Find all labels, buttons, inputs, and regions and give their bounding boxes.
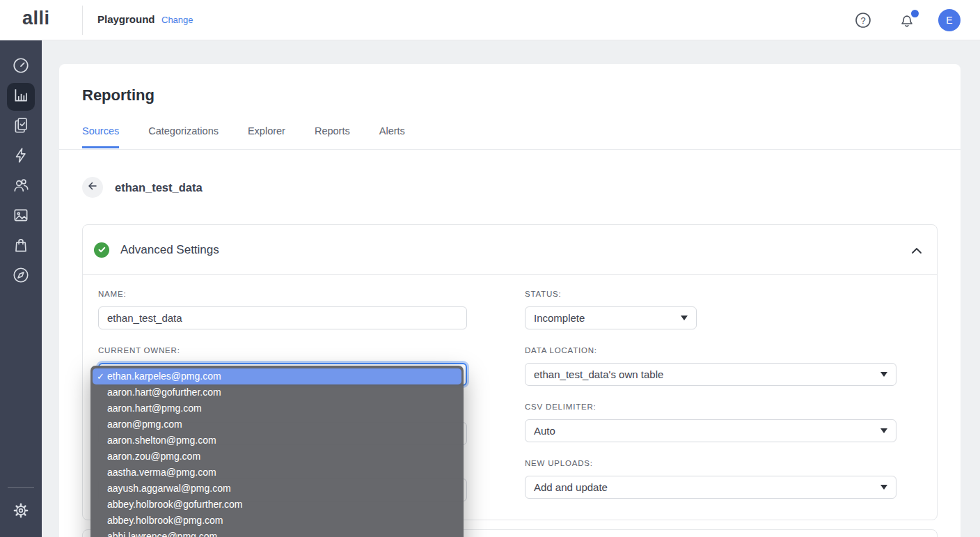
- name-input[interactable]: [98, 306, 467, 329]
- name-field-group: NAME:: [98, 290, 467, 329]
- change-workspace-link[interactable]: Change: [161, 15, 193, 25]
- csv-delimiter-value: Auto: [534, 425, 555, 437]
- dropdown-option[interactable]: aaron.hart@pmg.com: [90, 400, 464, 417]
- csv-delimiter-select[interactable]: Auto: [525, 419, 896, 442]
- workspace-name: Playground: [97, 13, 155, 25]
- status-select[interactable]: Incomplete: [525, 306, 697, 329]
- new-uploads-select[interactable]: Add and update: [525, 476, 896, 499]
- dropdown-option[interactable]: aaron@pmg.com: [90, 417, 464, 433]
- new-uploads-field-group: NEW UPLOADS: Add and update: [525, 459, 896, 499]
- dropdown-option[interactable]: aaron.zou@pmg.com: [90, 449, 464, 465]
- compass-icon: [12, 266, 30, 287]
- app-header: alli Playground Change ? E: [0, 0, 980, 40]
- page-title: Reporting: [82, 86, 155, 104]
- app-sidebar: [0, 40, 42, 537]
- caret-down-icon: [880, 428, 887, 433]
- dropdown-option-label: ethan.karpeles@pmg.com: [107, 371, 221, 382]
- source-header: ethan_test_data: [82, 177, 203, 198]
- user-avatar[interactable]: E: [938, 9, 961, 31]
- new-uploads-label: NEW UPLOADS:: [525, 459, 896, 467]
- caret-down-icon: [681, 316, 688, 320]
- advanced-settings-header: Advanced Settings: [83, 225, 937, 275]
- caret-down-icon: [880, 372, 887, 377]
- dropdown-option[interactable]: aastha.verma@pmg.com: [90, 465, 464, 481]
- gear-icon: [12, 501, 30, 522]
- notification-dot: [911, 10, 919, 17]
- sidebar-divider: [8, 487, 34, 488]
- dropdown-option[interactable]: abbey.holbrook@pmg.com: [90, 513, 464, 529]
- tab-categorizations[interactable]: Categorizations: [148, 125, 219, 148]
- current-owner-dropdown: ✓ ethan.karpeles@pmg.com aaron.hart@gofu…: [90, 366, 464, 537]
- clipboard-check-icon: [12, 116, 30, 137]
- header-divider: [82, 6, 83, 35]
- status-field-group: STATUS: Incomplete: [525, 290, 697, 329]
- sidebar-item-discover[interactable]: [7, 263, 35, 290]
- sidebar-item-settings[interactable]: [7, 498, 35, 526]
- dropdown-option[interactable]: aaron.shelton@pmg.com: [90, 433, 464, 449]
- lightning-icon: [12, 146, 30, 167]
- sidebar-item-automations[interactable]: [7, 143, 35, 171]
- tab-reports[interactable]: Reports: [315, 125, 350, 148]
- tab-explorer[interactable]: Explorer: [248, 125, 285, 148]
- dropdown-option[interactable]: abbey.holbrook@gofurther.com: [90, 497, 464, 513]
- dropdown-option[interactable]: aayush.aggarwal@pmg.com: [90, 481, 464, 497]
- new-uploads-value: Add and update: [534, 481, 608, 493]
- dropdown-option[interactable]: abhi.lawrence@pmg.com: [90, 529, 464, 537]
- users-icon: [12, 176, 30, 197]
- caret-down-icon: [880, 485, 887, 490]
- shopping-bag-icon: [12, 236, 30, 257]
- sidebar-item-tasks[interactable]: [7, 113, 35, 141]
- sidebar-item-audiences[interactable]: [7, 173, 35, 201]
- tab-bar: Sources Categorizations Explorer Reports…: [82, 125, 434, 148]
- gauge-icon: [12, 56, 30, 77]
- current-owner-label: CURRENT OWNER:: [98, 346, 467, 355]
- tab-alerts[interactable]: Alerts: [379, 125, 405, 148]
- image-icon: [12, 206, 30, 227]
- notifications-bell-icon[interactable]: [899, 11, 918, 31]
- name-label: NAME:: [98, 290, 467, 298]
- green-check-icon: [94, 242, 109, 258]
- csv-delimiter-field-group: CSV DELIMITER: Auto: [525, 403, 896, 442]
- tab-sources[interactable]: Sources: [82, 125, 119, 148]
- back-button[interactable]: [82, 177, 103, 198]
- sidebar-item-creative[interactable]: [7, 203, 35, 231]
- source-name: ethan_test_data: [115, 181, 203, 194]
- check-icon: ✓: [97, 368, 104, 384]
- advanced-settings-title: Advanced Settings: [120, 243, 219, 257]
- alli-logo: alli: [22, 8, 50, 29]
- sidebar-item-reporting[interactable]: [7, 83, 35, 111]
- data-location-label: DATA LOCATION:: [525, 346, 896, 355]
- csv-delimiter-label: CSV DELIMITER:: [525, 403, 896, 411]
- svg-text:?: ?: [860, 15, 865, 26]
- help-icon[interactable]: ?: [854, 11, 872, 29]
- data-location-select[interactable]: ethan_test_data's own table: [525, 363, 896, 386]
- sidebar-item-dashboard[interactable]: [7, 53, 35, 81]
- status-label: STATUS:: [525, 290, 697, 298]
- bar-chart-icon: [12, 86, 30, 107]
- status-value: Incomplete: [534, 312, 585, 324]
- tab-bar-divider: [59, 149, 961, 150]
- data-location-value: ethan_test_data's own table: [534, 368, 663, 380]
- sidebar-item-marketplace[interactable]: [7, 233, 35, 260]
- chevron-up-icon[interactable]: [909, 243, 924, 258]
- data-location-field-group: DATA LOCATION: ethan_test_data's own tab…: [525, 346, 896, 386]
- dropdown-option[interactable]: aaron.hart@gofurther.com: [90, 384, 464, 400]
- arrow-left-icon: [87, 180, 98, 194]
- dropdown-option-selected[interactable]: ✓ ethan.karpeles@pmg.com: [93, 368, 461, 384]
